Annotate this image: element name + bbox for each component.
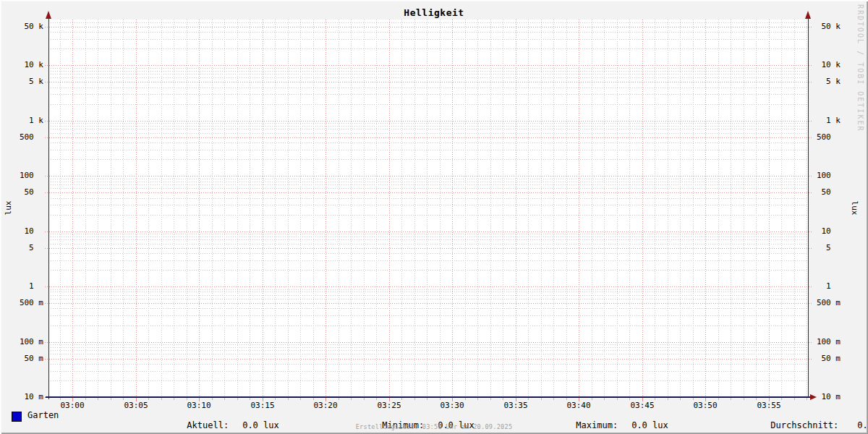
- x-tick-label: 03:10: [187, 401, 210, 410]
- y-tick-label-right: 10 k: [817, 61, 841, 69]
- y-tick-label-left: 50 k: [20, 22, 43, 31]
- legend-row: Garten Aktuell:0.0 lux Minimum:0.0 lux M…: [0, 410, 868, 422]
- stat-minimum: Minimum:0.0 lux: [351, 410, 475, 434]
- x-tick-label: 03:30: [440, 401, 464, 410]
- y-tick-label-left: 10: [20, 227, 43, 236]
- y-tick-label-left: 100 m: [20, 338, 43, 346]
- y-tick-label-left: 10 m: [20, 393, 43, 401]
- x-tick-label: 03:35: [503, 401, 527, 410]
- y-tick-label-right: 50 k: [817, 22, 841, 31]
- y-tick-label-left: 500 m: [20, 299, 43, 307]
- rrdtool-graph: Helligkeit lux lux 50 k 50 k 10 k 10 k 5…: [0, 0, 868, 434]
- y-axis-unit-left: lux: [4, 200, 13, 216]
- stat-durchschnitt: Durchschnitt:0.0 lux: [739, 410, 868, 434]
- x-tick-label: 03:25: [377, 401, 401, 410]
- y-tick-label-left: 100: [20, 171, 43, 180]
- y-tick-label-right: 100 m: [817, 338, 841, 346]
- x-tick-label: 03:55: [757, 401, 780, 410]
- x-axis-arrow: [810, 394, 817, 400]
- y-tick-label-right: 10: [817, 227, 841, 236]
- y-tick-label-right: 500: [817, 133, 841, 142]
- y-tick-label-right: 500 m: [817, 299, 841, 307]
- rrdtool-watermark: RRDTOOL / TOBI OETIKER: [856, 4, 865, 132]
- y-tick-label-right: 10 m: [817, 393, 841, 401]
- x-tick-label: 03:50: [693, 401, 717, 410]
- y-tick-label-left: 50: [20, 188, 43, 197]
- chart-grid-canvas: [0, 0, 868, 434]
- y-tick-label-right: 5 k: [817, 77, 841, 86]
- y-tick-label-right: 1: [817, 282, 841, 291]
- legend-color-swatch: [12, 412, 22, 422]
- x-tick-label: 03:45: [630, 401, 654, 410]
- y-tick-label-left: 1 k: [20, 116, 43, 125]
- y-tick-label-left: 10 k: [20, 61, 43, 69]
- y-tick-label-right: 1 k: [817, 116, 841, 125]
- x-tick-label: 03:20: [313, 401, 337, 410]
- stat-aktuell: Aktuell:0.0 lux: [156, 410, 279, 434]
- y-tick-label-right: 100: [817, 171, 841, 180]
- plot-canvas: [48, 20, 808, 397]
- legend-label: Garten: [27, 410, 59, 420]
- chart-title: Helligkeit: [0, 7, 868, 18]
- y-tick-label-left: 1: [20, 282, 43, 291]
- x-tick-label: 03:05: [124, 401, 148, 410]
- y-tick-label-right: 50 m: [817, 354, 841, 363]
- y-tick-label-left: 500: [20, 133, 43, 142]
- x-tick-label: 03:00: [60, 401, 84, 410]
- y-tick-label-right: 50: [817, 188, 841, 197]
- stat-maximum: Maximum:0.0 lux: [545, 410, 668, 434]
- x-tick-label: 03:15: [250, 401, 274, 410]
- y-tick-label-left: 5: [20, 244, 43, 252]
- y-axis-unit-right: lux: [850, 200, 859, 216]
- creation-timestamp: Erstellungszeit: 03:58 Uhr am 20.09.2025: [0, 423, 868, 430]
- x-tick-label: 03:40: [566, 401, 590, 410]
- y-tick-label-left: 50 m: [20, 354, 43, 363]
- y-tick-label-right: 5: [817, 244, 841, 252]
- y-tick-label-left: 5 k: [20, 77, 43, 86]
